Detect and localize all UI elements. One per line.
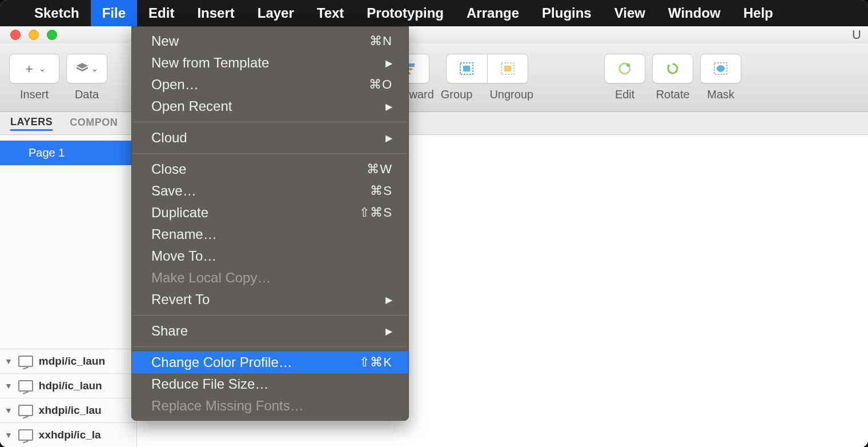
menu-item-label: Save… [151, 183, 196, 199]
disclosure-icon[interactable]: ▼ [5, 406, 13, 415]
mask-button[interactable] [700, 54, 741, 83]
menu-item-new-from-template[interactable]: New from Template▶ [132, 52, 408, 74]
menu-item-label: Move To… [151, 248, 216, 264]
group-label: Group [441, 88, 473, 101]
menu-separator [133, 153, 407, 154]
window-titlebar: U [0, 26, 868, 43]
svg-rect-5 [504, 66, 511, 71]
artboard-icon [18, 429, 33, 441]
menu-prototyping[interactable]: Prototyping [355, 0, 455, 26]
menu-item-revert-to[interactable]: Revert To▶ [132, 289, 408, 310]
rotate-button[interactable] [652, 54, 693, 83]
insert-label: Insert [20, 88, 49, 101]
menu-text[interactable]: Text [306, 0, 356, 26]
layer-row[interactable]: ▼ xxhdpi/ic_la [0, 422, 136, 447]
page-row[interactable]: Page 1 [0, 141, 136, 165]
menu-item-save[interactable]: Save…⌘S [132, 180, 408, 202]
ungroup-icon [500, 62, 515, 75]
menu-separator [133, 346, 407, 347]
menu-shortcut: ⌘O [369, 77, 392, 92]
toolbar: ＋ ⌄ Insert ⌄ Data Backward [0, 43, 868, 112]
menubar: Sketch File Edit Insert Layer Text Proto… [0, 0, 868, 26]
menu-help[interactable]: Help [732, 0, 785, 26]
layer-row[interactable]: ▼ hdpi/ic_laun [0, 373, 136, 398]
insert-button[interactable]: ＋ ⌄ [9, 54, 59, 83]
close-window-button[interactable] [10, 30, 21, 40]
svg-rect-3 [463, 66, 470, 71]
menu-item-label: Make Local Copy… [151, 270, 271, 286]
submenu-arrow-icon: ▶ [385, 101, 392, 112]
ungroup-button[interactable] [487, 54, 528, 83]
menu-layer[interactable]: Layer [246, 0, 306, 26]
menu-view[interactable]: View [603, 0, 657, 26]
menu-item-label: Replace Missing Fonts… [151, 398, 304, 414]
menu-plugins[interactable]: Plugins [531, 0, 603, 26]
menu-insert[interactable]: Insert [186, 0, 246, 26]
artboard-icon [18, 405, 33, 416]
menu-item-label: Reduce File Size… [151, 376, 268, 392]
menu-shortcut: ⇧⌘K [359, 355, 392, 370]
menu-item-share[interactable]: Share▶ [132, 320, 408, 342]
app-name[interactable]: Sketch [34, 5, 91, 21]
artboard-icon [18, 356, 33, 367]
tab-components[interactable]: COMPON [70, 117, 118, 130]
menu-item-cloud[interactable]: Cloud▶ [132, 127, 408, 149]
menu-item-label: Cloud [151, 130, 187, 146]
menu-item-label: Close [151, 161, 186, 177]
menu-item-label: Duplicate [151, 205, 208, 221]
file-menu-dropdown: New⌘NNew from Template▶Open…⌘OOpen Recen… [131, 26, 409, 421]
main-area: Page 1 ▼ mdpi/ic_laun ▼ hdpi/ic_laun ▼ x… [0, 135, 868, 447]
menu-item-label: Change Color Profile… [151, 354, 292, 370]
menu-item-change-color-profile[interactable]: Change Color Profile…⇧⌘K [132, 352, 408, 373]
rotate-icon [666, 62, 680, 75]
fullscreen-window-button[interactable] [47, 30, 57, 40]
minimize-window-button[interactable] [29, 30, 39, 40]
sidebar: Page 1 ▼ mdpi/ic_laun ▼ hdpi/ic_laun ▼ x… [0, 135, 137, 447]
menu-shortcut: ⇧⌘S [359, 205, 392, 220]
window-title-clip: U [852, 27, 861, 42]
menu-item-reduce-file-size[interactable]: Reduce File Size… [132, 373, 408, 395]
menu-item-open-recent[interactable]: Open Recent▶ [132, 95, 408, 117]
submenu-arrow-icon: ▶ [385, 133, 392, 143]
menu-item-close[interactable]: Close⌘W [132, 158, 408, 180]
menu-item-new[interactable]: New⌘N [132, 30, 408, 52]
menu-item-label: Revert To [151, 292, 210, 308]
layer-label: xxhdpi/ic_la [39, 429, 101, 441]
menu-file[interactable]: File [91, 0, 137, 26]
chevron-down-icon: ⌄ [91, 64, 98, 73]
ungroup-label: Ungroup [489, 88, 533, 101]
edit-button[interactable] [604, 54, 645, 83]
data-label: Data [75, 88, 99, 101]
submenu-arrow-icon: ▶ [385, 58, 392, 69]
layer-label: mdpi/ic_laun [39, 355, 105, 368]
menu-shortcut: ⌘W [367, 162, 392, 177]
chevron-down-icon: ⌄ [39, 64, 46, 73]
menu-item-label: Open… [151, 77, 199, 93]
disclosure-icon[interactable]: ▼ [5, 430, 13, 440]
menu-item-label: New from Template [151, 55, 269, 71]
menu-window[interactable]: Window [657, 0, 732, 26]
disclosure-icon[interactable]: ▼ [5, 357, 13, 366]
mask-label: Mask [707, 88, 734, 101]
menu-item-rename[interactable]: Rename… [132, 224, 408, 245]
layer-row[interactable]: ▼ mdpi/ic_laun [0, 349, 136, 373]
rotate-label: Rotate [656, 88, 690, 101]
menu-arrange[interactable]: Arrange [455, 0, 531, 26]
menu-shortcut: ⌘S [370, 183, 392, 198]
menu-item-move-to[interactable]: Move To… [132, 245, 408, 267]
group-button[interactable] [446, 54, 487, 83]
menu-separator [133, 122, 407, 122]
svg-point-7 [626, 63, 630, 67]
menu-item-open[interactable]: Open…⌘O [132, 74, 408, 95]
mask-icon [713, 62, 728, 75]
menu-item-duplicate[interactable]: Duplicate⇧⌘S [132, 202, 408, 224]
data-button[interactable]: ⌄ [66, 54, 107, 83]
menu-item-label: New [151, 33, 179, 49]
tab-layers[interactable]: LAYERS [10, 116, 53, 131]
layer-row[interactable]: ▼ xhdpi/ic_lau [0, 398, 136, 422]
menu-item-replace-missing-fonts: Replace Missing Fonts… [132, 395, 408, 417]
layers-icon [75, 62, 89, 75]
submenu-arrow-icon: ▶ [385, 294, 392, 305]
menu-edit[interactable]: Edit [137, 0, 186, 26]
disclosure-icon[interactable]: ▼ [5, 381, 13, 390]
